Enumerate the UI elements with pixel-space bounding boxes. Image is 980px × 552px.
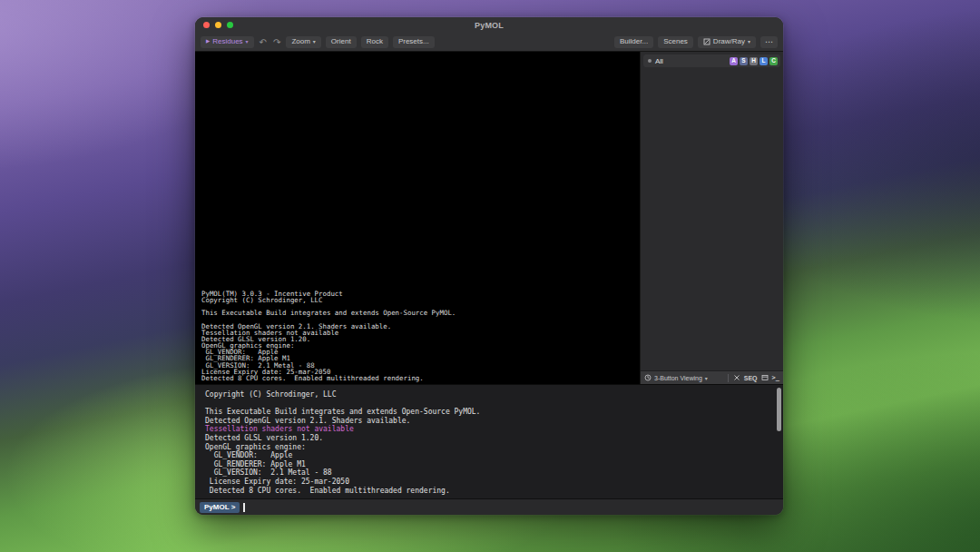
log-line: License Expiry date: 25-mar-2050 [205, 478, 774, 487]
window-title: PyMOL [195, 21, 783, 30]
residues-label: Residues [212, 38, 242, 45]
action-button[interactable]: A [730, 57, 738, 65]
log-line: Detected 8 CPU cores. Enabled multithrea… [205, 487, 774, 496]
mouse-mode-dropdown[interactable]: 3-Button Viewing [654, 375, 702, 381]
more-options-button[interactable]: ⋯ [760, 36, 778, 48]
object-indicator-icon [648, 59, 652, 63]
console-line: Copyright (C) Schrodinger, LLC [201, 297, 456, 303]
log-line: OpenGL graphics engine: [205, 443, 774, 452]
ashlc-buttons: ASHLC [730, 57, 778, 65]
ellipsis-icon: ⋯ [765, 38, 773, 46]
mouse-mode-icon [644, 374, 652, 381]
hide-button[interactable]: H [750, 57, 758, 65]
builder-button[interactable]: Builder... [614, 36, 653, 48]
command-input[interactable]: PyMOL > [195, 498, 783, 515]
maximize-button[interactable] [227, 22, 233, 28]
chevron-down-icon: ▾ [748, 39, 750, 44]
toolbar-right-group: Builder... Scenes Draw/Ray ▾ ⋯ [614, 36, 778, 48]
color-button[interactable]: C [769, 57, 778, 65]
rock-button[interactable]: Rock [361, 36, 388, 48]
panel-icon[interactable] [761, 374, 769, 381]
zoom-label: Zoom [291, 38, 309, 45]
log-panel: Copyright (C) Schrodinger, LLC This Exec… [195, 384, 783, 498]
builder-label: Builder... [620, 38, 648, 45]
scrollbar-thumb[interactable] [777, 388, 781, 431]
orient-label: Orient [331, 38, 351, 45]
scrollbar[interactable] [776, 387, 781, 497]
redo-icon[interactable]: ↷ [272, 36, 281, 48]
presets-button[interactable]: Presets... [393, 36, 435, 48]
log-line: Detected OpenGL version 2.1. Shaders ava… [205, 417, 774, 426]
terminal-toggle[interactable]: >_ [772, 374, 779, 381]
log-line: This Executable Build integrates and ext… [205, 408, 774, 417]
viewport-3d[interactable]: PyMOL(TM) 3.0.3 - Incentive ProductCopyr… [195, 52, 783, 384]
log-line: GL_VERSION: 2.1 Metal - 88 [205, 468, 774, 478]
draw-ray-dropdown[interactable]: Draw/Ray ▾ [698, 36, 756, 48]
object-panel: All ASHLC 3-Button Viewing ▾ SEQ >_ [640, 52, 783, 384]
chevron-down-icon: ▾ [313, 39, 316, 44]
minimize-button[interactable] [215, 22, 221, 28]
viewport-console: PyMOL(TM) 3.0.3 - Incentive ProductCopyr… [201, 291, 456, 381]
console-line: Detected 8 CPU cores. Enabled multithrea… [201, 375, 456, 381]
log-line: GL_VENDOR: Apple [205, 451, 774, 460]
viewbar-icons: SEQ >_ [727, 374, 779, 382]
rock-label: Rock [367, 38, 383, 45]
pymol-window: PyMOL ▶ Residues ▾ ↶ ↷ Zoom ▾ Orient Roc… [195, 17, 783, 515]
prompt-label: PyMOL > [200, 502, 240, 513]
undo-icon[interactable]: ↶ [259, 36, 268, 48]
seq-toggle[interactable]: SEQ [744, 375, 758, 381]
log-line: GL_RENDERER: Apple M1 [205, 460, 774, 469]
close-button[interactable] [203, 22, 210, 28]
log-lines: Copyright (C) Schrodinger, LLC This Exec… [205, 390, 774, 495]
draw-ray-label: Draw/Ray [713, 38, 745, 45]
presets-label: Presets... [398, 38, 429, 45]
show-button[interactable]: S [740, 57, 748, 65]
desktop-wallpaper: PyMOL ▶ Residues ▾ ↶ ↷ Zoom ▾ Orient Roc… [0, 0, 980, 552]
titlebar[interactable]: PyMOL [195, 17, 783, 33]
divider [728, 374, 729, 382]
log-line [205, 399, 774, 409]
log-line: Copyright (C) Schrodinger, LLC [205, 390, 774, 399]
tools-icon[interactable] [733, 374, 740, 381]
residues-mode-dropdown[interactable]: ▶ Residues ▾ [201, 36, 254, 48]
object-all-label: All [655, 57, 730, 65]
orient-button[interactable]: Orient [326, 36, 357, 48]
toolbar: ▶ Residues ▾ ↶ ↷ Zoom ▾ Orient Rock Pres… [195, 33, 783, 52]
chevron-down-icon: ▾ [246, 39, 249, 44]
selection-mode-icon: ▶ [206, 39, 210, 44]
log-line: Detected GLSL version 1.20. [205, 434, 774, 443]
viewing-bar: 3-Button Viewing ▾ SEQ >_ [641, 370, 783, 384]
chevron-down-icon: ▾ [705, 375, 708, 381]
text-cursor [243, 503, 245, 512]
label-button[interactable]: L [760, 57, 768, 65]
render-icon [703, 38, 710, 45]
zoom-dropdown[interactable]: Zoom ▾ [286, 36, 320, 48]
object-row-all[interactable]: All ASHLC [643, 54, 780, 67]
traffic-lights [203, 22, 233, 28]
console-line: This Executable Build integrates and ext… [201, 310, 456, 316]
scenes-button[interactable]: Scenes [658, 36, 693, 48]
log-line: Tessellation shaders not available [205, 425, 774, 434]
scenes-label: Scenes [663, 38, 688, 45]
